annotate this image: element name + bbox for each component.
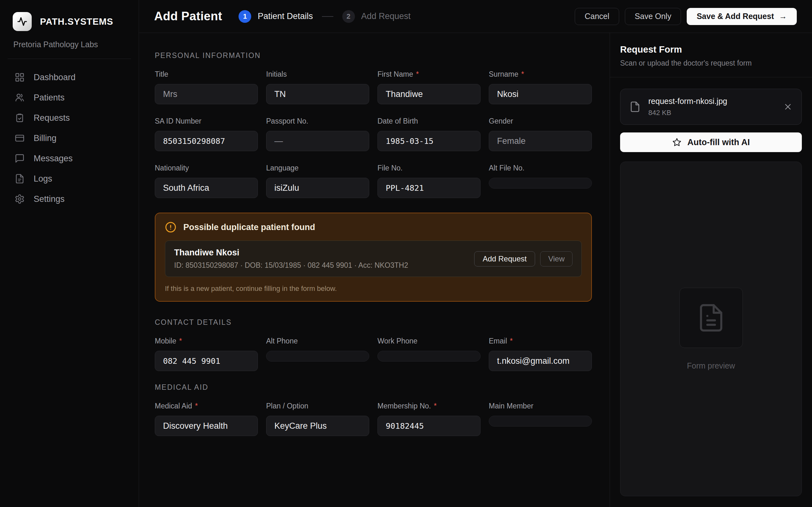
- required-marker: *: [195, 402, 198, 410]
- save-add-request-label: Save & Add Request: [697, 12, 774, 21]
- step-1-badge[interactable]: 1: [239, 10, 251, 23]
- step-2-badge[interactable]: 2: [342, 10, 355, 23]
- patient-form: PERSONAL INFORMATION Title Mrs Initials …: [139, 33, 610, 507]
- sidebar-item-label: Patients: [34, 93, 65, 103]
- add-request-button[interactable]: Add Request: [474, 251, 536, 267]
- step-2-label[interactable]: Add Request: [361, 11, 411, 21]
- field-medical-aid: Medical Aid* Discovery Health: [155, 402, 258, 436]
- language-input[interactable]: isiZulu: [266, 178, 369, 198]
- uploaded-file-size: 842 KB: [648, 109, 727, 117]
- wizard-steps: 1 Patient Details 2 Add Request: [239, 10, 410, 23]
- sidebar-item-patients[interactable]: Patients: [5, 88, 134, 108]
- medical-aid-input[interactable]: Discovery Health: [155, 416, 258, 436]
- nationality-input[interactable]: South Africa: [155, 178, 258, 198]
- field-alt-file-no: Alt File No.: [489, 164, 592, 198]
- required-marker: *: [434, 402, 437, 410]
- sidebar-item-dashboard[interactable]: Dashboard: [5, 67, 134, 88]
- field-language: Language isiZulu: [266, 164, 369, 198]
- request-panel-subtitle: Scan or upload the doctor's request form: [620, 59, 802, 67]
- field-passport-no: Passport No. —: [266, 117, 369, 151]
- section-contact-details: CONTACT DETAILS: [155, 318, 592, 327]
- sidebar-item-billing[interactable]: Billing: [5, 128, 134, 148]
- title-input[interactable]: Mrs: [155, 84, 258, 104]
- sidebar-item-messages[interactable]: Messages: [5, 148, 134, 169]
- field-main-member: Main Member: [489, 402, 592, 436]
- brand-logo: [13, 12, 32, 31]
- sidebar-item-settings[interactable]: Settings: [5, 189, 134, 209]
- sidebar-item-label: Requests: [34, 113, 70, 123]
- file-text-icon: [14, 174, 25, 184]
- required-marker: *: [510, 337, 513, 345]
- first-name-input[interactable]: Thandiwe: [377, 84, 480, 104]
- work-phone-input[interactable]: [377, 351, 480, 361]
- field-work-phone: Work Phone: [377, 337, 480, 371]
- arrow-right-icon: →: [779, 12, 787, 21]
- field-mobile: Mobile* 082 445 9901: [155, 337, 258, 371]
- field-plan-option: Plan / Option KeyCare Plus: [266, 402, 369, 436]
- star-icon: [672, 137, 681, 147]
- topbar-actions: Cancel Save Only Save & Add Request →: [575, 8, 797, 25]
- file-no-input[interactable]: PPL-4821: [377, 178, 480, 198]
- field-membership-no: Membership No.* 90182445: [377, 402, 480, 436]
- step-separator: [322, 16, 334, 17]
- required-marker: *: [521, 70, 524, 78]
- uploaded-file-card: request-form-nkosi.jpg 842 KB: [620, 89, 802, 125]
- section-personal-information: PERSONAL INFORMATION: [155, 51, 592, 60]
- credit-card-icon: [14, 133, 25, 143]
- duplicate-alert-title: Possible duplicate patient found: [183, 222, 315, 232]
- membership-no-input[interactable]: 90182445: [377, 416, 480, 436]
- gender-input[interactable]: Female: [489, 131, 592, 151]
- file-text-preview-icon: [696, 302, 726, 333]
- gear-icon: [14, 194, 25, 204]
- message-square-icon: [14, 153, 25, 164]
- save-add-request-button[interactable]: Save & Add Request →: [687, 8, 797, 25]
- section-medical-aid: MEDICAL AID: [155, 383, 592, 392]
- form-preview-tile: [679, 288, 743, 348]
- surname-input[interactable]: Nkosi: [489, 84, 592, 104]
- page-title: Add Patient: [154, 9, 222, 23]
- field-surname: Surname* Nkosi: [489, 70, 592, 104]
- autofill-ai-button[interactable]: Auto-fill with AI: [620, 132, 802, 152]
- alt-file-no-input[interactable]: [489, 178, 592, 188]
- save-only-button[interactable]: Save Only: [625, 8, 681, 25]
- initials-input[interactable]: TN: [266, 84, 369, 104]
- activity-pulse-icon: [17, 16, 27, 26]
- sa-id-number-input[interactable]: 8503150298087: [155, 131, 258, 151]
- organization-name: Pretoria Pathology Labs: [0, 31, 139, 49]
- sidebar-item-label: Logs: [34, 174, 52, 184]
- passport-no-input[interactable]: —: [266, 131, 369, 151]
- sidebar-nav: Dashboard Patients Requests Billing Mess…: [0, 59, 139, 209]
- sidebar-item-label: Settings: [34, 194, 65, 204]
- duplicate-patient-card: Thandiwe Nkosi ID: 8503150298087 · DOB: …: [165, 240, 582, 277]
- required-marker: *: [416, 70, 419, 78]
- field-gender: Gender Female: [489, 117, 592, 151]
- cancel-button[interactable]: Cancel: [575, 8, 619, 25]
- duplicate-alert-header: Possible duplicate patient found: [165, 222, 582, 233]
- brand-name: PATH.SYSTEMS: [40, 16, 113, 27]
- sidebar-item-logs[interactable]: Logs: [5, 169, 134, 189]
- field-first-name: First Name* Thandiwe: [377, 70, 480, 104]
- field-initials: Initials TN: [266, 70, 369, 104]
- step-1-label[interactable]: Patient Details: [258, 11, 313, 21]
- duplicate-patient-name: Thandiwe Nkosi: [174, 248, 474, 258]
- date-of-birth-input[interactable]: 1985-03-15: [377, 131, 480, 151]
- field-alt-phone: Alt Phone: [266, 337, 369, 371]
- sidebar: PATH.SYSTEMS Pretoria Pathology Labs Das…: [0, 0, 139, 507]
- required-marker: *: [179, 337, 182, 345]
- close-icon[interactable]: [783, 102, 793, 112]
- request-panel-divider: [610, 77, 812, 77]
- view-patient-button[interactable]: View: [540, 251, 572, 267]
- plan-option-input[interactable]: KeyCare Plus: [266, 416, 369, 436]
- form-preview-label: Form preview: [687, 361, 735, 371]
- uploaded-file-name: request-form-nkosi.jpg: [648, 97, 727, 106]
- sidebar-item-label: Billing: [34, 133, 56, 143]
- main-member-input[interactable]: [489, 416, 592, 427]
- mobile-input[interactable]: 082 445 9901: [155, 351, 258, 371]
- grid-icon: [14, 72, 25, 82]
- form-preview-area: Form preview: [620, 162, 802, 496]
- medical-fields-grid: Medical Aid* Discovery Health Plan / Opt…: [155, 402, 592, 436]
- alt-phone-input[interactable]: [266, 351, 369, 361]
- sidebar-item-requests[interactable]: Requests: [5, 108, 134, 128]
- email-input[interactable]: t.nkosi@gmail.com: [489, 351, 592, 371]
- personal-fields-grid: Title Mrs Initials TN First Name* Thandi…: [155, 70, 592, 198]
